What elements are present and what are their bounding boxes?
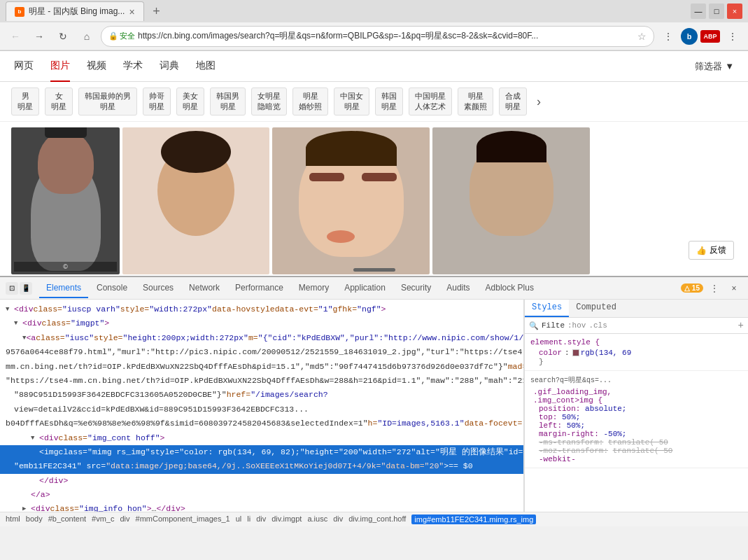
bc-li[interactable]: li: [247, 514, 250, 524]
tag-korean-star[interactable]: 韩国明星: [375, 88, 403, 115]
styles-close-brace: }: [530, 358, 742, 368]
bc-ul[interactable]: ul: [236, 514, 242, 524]
bc-vm_c[interactable]: #vm_c: [92, 514, 114, 524]
devtools-tab-console[interactable]: Console: [90, 279, 134, 298]
tab-bar: b 明星 - 国内版 Bing imag... × +: [6, 1, 167, 21]
devtools-tab-performance[interactable]: Performance: [228, 279, 290, 298]
dom-line[interactable]: <div class="img_cont hoff">: [0, 431, 523, 445]
image-thumb-2[interactable]: [122, 127, 269, 274]
bc-div-img_cont[interactable]: div.img_cont.hoff: [348, 514, 406, 524]
tag-chinese-female[interactable]: 中国女明星: [334, 88, 369, 115]
dom-line[interactable]: <a class="iusc" style="height:200px;widt…: [0, 331, 523, 345]
home-btn[interactable]: ⌂: [77, 27, 97, 46]
minimize-btn[interactable]: —: [691, 4, 706, 19]
tag-no-makeup[interactable]: 明星素颜照: [458, 88, 493, 115]
tag-korean-handsome[interactable]: 韩国最帅的男明星: [78, 88, 137, 115]
more-icon[interactable]: ⋮: [658, 27, 678, 46]
devtools-close-btn[interactable]: ×: [726, 280, 742, 297]
dom-triangle[interactable]: [14, 318, 22, 328]
bc-a-iusc[interactable]: a.iusc: [307, 514, 327, 524]
scroll-indicator: [353, 268, 395, 272]
styles-tab-computed[interactable]: Computed: [569, 300, 623, 317]
feedback-btn[interactable]: 👍 反馈: [689, 241, 734, 260]
tag-beauty[interactable]: 美女明星: [176, 88, 204, 115]
tag-composite[interactable]: 合成明星: [499, 88, 527, 115]
bc-mmComponent[interactable]: #mmComponent_images_1: [136, 514, 230, 524]
adblock-extension-icon[interactable]: ABP: [700, 30, 720, 43]
devtools-tab-audits[interactable]: Audits: [439, 279, 477, 298]
dom-triangle[interactable]: [6, 304, 14, 314]
bc-div3[interactable]: div: [333, 514, 343, 524]
color-swatch[interactable]: [572, 349, 579, 356]
styles-filter-icon: 🔍: [529, 321, 539, 330]
refresh-btn[interactable]: ↻: [53, 27, 73, 46]
tag-female-star-dark[interactable]: 女明星隐暗览: [251, 88, 287, 115]
image-thumb-3[interactable]: [272, 127, 430, 274]
dom-line[interactable]: <div class="img_info hon">…</div>: [0, 502, 523, 512]
devtools-settings-btn[interactable]: ⋮: [706, 280, 723, 297]
nav-webpage[interactable]: 网页: [14, 51, 34, 82]
styles-selector: element.style {: [530, 337, 742, 348]
bc-div-imgpt[interactable]: div.imgpt: [271, 514, 302, 524]
devtools-tab-elements[interactable]: Elements: [39, 279, 88, 298]
image-thumb-4[interactable]: [432, 127, 590, 274]
styles-filter-cls: .cls: [588, 321, 607, 330]
nav-map[interactable]: 地图: [196, 51, 216, 82]
forward-btn[interactable]: →: [29, 27, 49, 46]
dom-line[interactable]: <div class="imgpt">: [0, 316, 523, 330]
inspect-element-btn[interactable]: ⊡: [6, 282, 18, 295]
filter-btn[interactable]: 筛选器 ▼: [695, 60, 734, 73]
tag-chinese-art[interactable]: 中国明星人体艺术: [409, 88, 452, 115]
styles-rule-2: .gif_loading_img, .img_cont>img { positi…: [530, 386, 742, 465]
close-btn[interactable]: ×: [727, 4, 742, 19]
dom-line[interactable]: </div>: [0, 474, 523, 488]
bc-div2[interactable]: div: [256, 514, 266, 524]
devtools-tab-application[interactable]: Application: [337, 279, 393, 298]
more-tags-btn[interactable]: ›: [532, 94, 545, 109]
new-tab-btn[interactable]: +: [147, 1, 167, 21]
tab-close-btn[interactable]: ×: [129, 6, 134, 18]
bc-b_content[interactable]: #b_content: [48, 514, 86, 524]
dom-panel[interactable]: <div class="iuscp varh" style="width:272…: [0, 300, 524, 512]
dom-line: mm.cn.bing.net/th?id=OIP.kPdEdBXWuXN22Sb…: [0, 360, 523, 374]
bookmark-star[interactable]: ☆: [637, 31, 647, 42]
bc-img-selected[interactable]: img#emb11FE2C341.mimg.rs_img: [411, 514, 536, 524]
tag-wedding[interactable]: 明星婚纱照: [292, 88, 328, 115]
val-top: 50%;: [562, 413, 580, 421]
tag-handsome[interactable]: 帅哥明星: [143, 88, 171, 115]
styles-tab-styles[interactable]: Styles: [525, 300, 569, 317]
devtools-tab-adblock[interactable]: Adblock Plus: [479, 279, 541, 298]
filter-label: 筛选器: [695, 60, 722, 73]
omnibar: ← → ↻ ⌂ 🔒 安全 https://cn.bing.com/images/…: [0, 22, 748, 50]
dom-line[interactable]: <div class="iuscp varh" style="width:272…: [0, 302, 523, 316]
device-mode-btn[interactable]: 📱: [20, 282, 32, 295]
devtools-tab-memory[interactable]: Memory: [292, 279, 336, 298]
nav-dictionary[interactable]: 词典: [160, 51, 179, 82]
filter-icon: ▼: [725, 61, 734, 71]
tag-korean-male[interactable]: 韩国男明星: [210, 88, 246, 115]
url-bar[interactable]: 🔒 安全 https://cn.bing.com/images/search?q…: [101, 26, 654, 47]
bc-div[interactable]: div: [120, 514, 129, 524]
bc-html[interactable]: html: [6, 514, 20, 524]
nav-images[interactable]: 图片: [50, 51, 70, 82]
bing-extension-icon[interactable]: b: [681, 28, 698, 45]
styles-filter-hov: :hov: [567, 321, 586, 330]
tag-female-star[interactable]: 女明星: [45, 88, 73, 115]
styles-add-rule-btn[interactable]: +: [738, 320, 744, 331]
dom-line-selected[interactable]: <img class="mimg rs_img" style="color: r…: [0, 445, 523, 459]
back-btn[interactable]: ←: [6, 27, 25, 46]
bc-body[interactable]: body: [26, 514, 43, 524]
nav-video[interactable]: 视频: [87, 51, 106, 82]
browser-tab[interactable]: b 明星 - 国内版 Bing imag... ×: [6, 1, 144, 21]
maximize-btn[interactable]: □: [709, 4, 724, 19]
image-thumb-1[interactable]: ©: [11, 127, 120, 274]
devtools-tab-network[interactable]: Network: [182, 279, 227, 298]
devtools-tab-security[interactable]: Security: [394, 279, 438, 298]
devtools-breadcrumb: html body #b_content #vm_c div #mmCompon…: [0, 512, 748, 526]
dom-line[interactable]: </a>: [0, 488, 523, 502]
tag-male-star[interactable]: 男明星: [11, 88, 39, 115]
devtools-tab-sources[interactable]: Sources: [136, 279, 181, 298]
nav-academic[interactable]: 学术: [123, 51, 143, 82]
dom-line: "https://tse4-mm.cn.bing.net/th?id=OIP.k…: [0, 374, 523, 388]
menu-icon[interactable]: ⋮: [723, 27, 742, 46]
